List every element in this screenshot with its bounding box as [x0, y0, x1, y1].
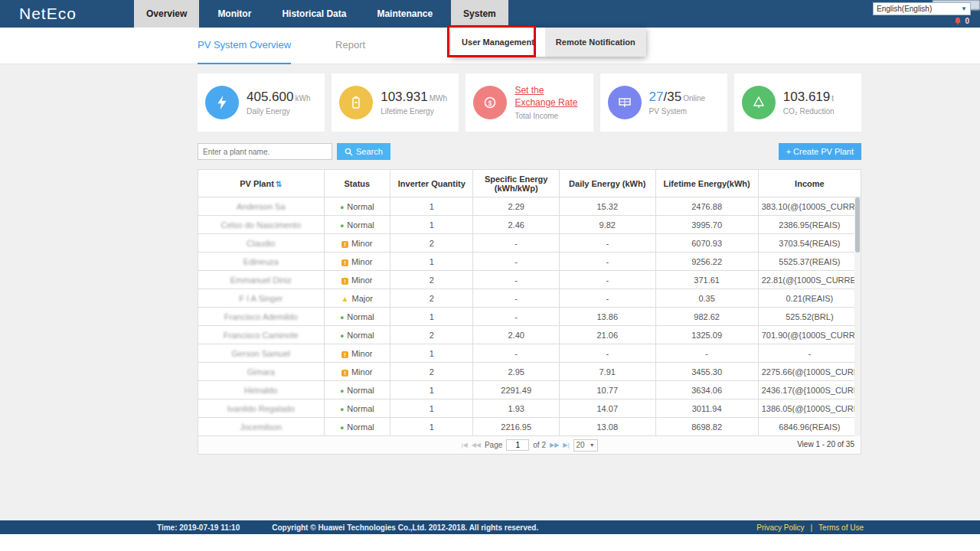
status-label: Major	[352, 294, 374, 303]
daily-energy-unit: kWh	[295, 94, 310, 103]
pv-system-label: PV System	[649, 107, 705, 116]
table-row[interactable]: Francisco Caminote Normal 2 2.40 21.06 1…	[198, 326, 861, 344]
terms-of-use-link[interactable]: Terms of Use	[818, 523, 864, 532]
column-header-pv-plant[interactable]: PV Plant⇅	[198, 170, 325, 197]
daily-energy-cell: -	[559, 289, 655, 308]
lifetime-energy-cell: -	[655, 344, 758, 363]
top-bar: NetEco Overview Monitor Historical Data …	[0, 0, 980, 28]
income-cell: 22.81(@{1000S_CURRENCY})	[758, 271, 861, 289]
svg-text:$: $	[488, 99, 492, 107]
table-row[interactable]: Jocemilson Normal 1 2216.95 13.08 8698.8…	[198, 418, 861, 436]
plant-name: Emmanuel Diniz	[230, 276, 292, 285]
lifetime-energy-cell: 3634.06	[655, 381, 758, 399]
scrollbar-thumb[interactable]	[855, 197, 860, 253]
status-cell: Minor	[324, 253, 390, 271]
daily-energy-value: 405.600	[247, 90, 293, 104]
lifetime-energy-cell: 9256.22	[655, 253, 758, 271]
table-row[interactable]: Ivanildo Regalado Normal 1 1.93 14.07 30…	[198, 399, 861, 418]
table-row[interactable]: F I A Singer Major 2 - - 0.35 0.21(REAIS…	[198, 289, 861, 308]
inverter-quantity-cell: 2	[390, 234, 473, 253]
lifetime-energy-cell: 0.35	[655, 289, 758, 308]
table-row[interactable]: Edineuza Minor 1 - - 9256.22 5525.37(REA…	[198, 253, 861, 271]
specific-energy-cell: 2.46	[473, 216, 560, 234]
inverter-quantity-cell: 1	[390, 253, 473, 271]
status-icon	[340, 312, 344, 321]
next-page-button[interactable]: ▶▶	[550, 442, 559, 448]
nav-item-historical-data[interactable]: Historical Data	[270, 0, 358, 28]
lifetime-energy-cell: 3455.30	[655, 363, 758, 381]
nav-item-maintenance[interactable]: Maintenance	[364, 0, 445, 28]
status-cell: Normal	[324, 399, 390, 418]
table-row[interactable]: Celso do Nascimento Normal 1 2.46 9.82 3…	[198, 216, 861, 234]
page-size-select[interactable]: 20 ▼	[573, 439, 598, 452]
lifetime-energy-cell: 371.61	[655, 271, 758, 289]
specific-energy-cell: -	[473, 308, 560, 326]
menu-item-user-management[interactable]: User Management	[451, 28, 545, 57]
menu-item-remote-notification[interactable]: Remote Notification	[545, 28, 646, 57]
daily-energy-cell: -	[559, 253, 655, 271]
tab-report[interactable]: Report	[335, 28, 365, 64]
daily-energy-label: Daily Energy	[247, 107, 310, 116]
status-cell: Normal	[324, 418, 390, 436]
privacy-policy-link[interactable]: Privacy Policy	[756, 523, 804, 532]
status-icon	[340, 386, 344, 395]
income-cell: 0.21(REAIS)	[758, 289, 861, 308]
specific-energy-cell: 2291.49	[473, 381, 560, 399]
page-of-label: of 2	[533, 441, 546, 449]
lifetime-energy-cell: 1325.09	[655, 326, 758, 344]
tab-pv-system-overview[interactable]: PV System Overview	[198, 28, 291, 64]
table-header-row: PV Plant⇅ Status Inverter Quantity Speci…	[198, 170, 861, 197]
search-button[interactable]: Search	[337, 143, 390, 160]
content-area: 405.600kWh Daily Energy 103.931MWh Lifet…	[0, 64, 980, 520]
status-label: Normal	[347, 422, 374, 432]
nav-item-monitor[interactable]: Monitor	[205, 0, 263, 28]
table-row[interactable]: Emmanuel Diniz Minor 2 - - 371.61 22.81(…	[198, 271, 861, 289]
search-icon	[345, 148, 353, 156]
plant-search-input[interactable]	[198, 143, 332, 160]
plant-name: Gerson Samuel	[232, 349, 290, 358]
plant-name: Anderson Sa	[237, 202, 286, 211]
column-header-status: Status	[324, 170, 390, 197]
first-page-button[interactable]: |◀	[461, 442, 467, 448]
status-label: Minor	[351, 367, 373, 377]
stat-card-daily-energy: 405.600kWh Daily Energy	[198, 73, 325, 132]
create-pv-plant-button[interactable]: + Create PV Plant	[779, 143, 861, 160]
sort-icon[interactable]: ⇅	[276, 180, 282, 188]
set-exchange-rate-link[interactable]: Set the Exchange Rate	[514, 85, 585, 109]
specific-energy-cell: 1.93	[473, 399, 560, 418]
table-row[interactable]: Gimara Minor 2 2.95 7.91 3455.30 2275.66…	[198, 363, 861, 381]
notification-area[interactable]: 0	[953, 16, 969, 26]
income-cell: 2386.95(REAIS)	[758, 216, 861, 234]
nav-item-overview[interactable]: Overview	[134, 0, 199, 28]
income-cell: 2275.66(@{1000S_CURREN...	[758, 363, 861, 381]
plant-name: Hirinaldo	[244, 386, 277, 395]
page-number-input[interactable]	[506, 439, 529, 451]
solar-panel-icon	[608, 86, 642, 119]
last-page-button[interactable]: ▶|	[563, 442, 569, 448]
table-row[interactable]: Gerson Samuel Minor 1 - - - -	[198, 344, 861, 363]
view-range-label: View 1 - 20 of 35	[797, 440, 854, 448]
status-label: Normal	[347, 312, 374, 321]
co2-unit: t	[831, 94, 834, 103]
daily-energy-cell: 10.77	[559, 381, 655, 399]
table-row[interactable]: Hirinaldo Normal 1 2291.49 10.77 3634.06…	[198, 381, 861, 399]
table-row[interactable]: Francisco Ademildo Normal 1 - 13.86 982.…	[198, 308, 861, 326]
status-cell: Minor	[324, 271, 390, 289]
table-scrollbar[interactable]	[854, 197, 861, 436]
specific-energy-cell: -	[473, 271, 560, 289]
inverter-quantity-cell: 1	[390, 308, 473, 326]
page-label: Page	[485, 441, 502, 449]
table-row[interactable]: Anderson Sa Normal 1 2.29 15.32 2476.88 …	[198, 197, 861, 216]
daily-energy-cell: 15.32	[559, 197, 655, 216]
status-label: Minor	[351, 257, 373, 266]
status-icon	[340, 220, 344, 230]
previous-page-button[interactable]: ◀◀	[472, 442, 481, 448]
table-row[interactable]: Claudio Minor 2 - - 6070.93 3703.54(REAI…	[198, 234, 861, 253]
language-select[interactable]: English(English) ▼	[873, 2, 971, 15]
nav-item-system[interactable]: System User Management Remote Notificati…	[451, 0, 508, 28]
table-body: Anderson Sa Normal 1 2.29 15.32 2476.88 …	[198, 197, 861, 436]
column-header-specific-energy: Specific Energy (kWh/kWp)	[473, 170, 560, 197]
status-label: Minor	[351, 349, 373, 358]
pagination-bar: |◀ ◀◀ Page of 2 ▶▶ ▶| 20 ▼ View 1 - 20 o…	[198, 436, 861, 455]
lifetime-energy-value: 103.931	[381, 90, 427, 104]
